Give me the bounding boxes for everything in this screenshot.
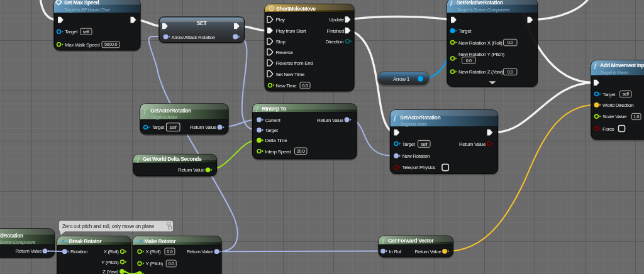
svg-text:0.0: 0.0 bbox=[466, 58, 472, 63]
svg-text:World Direction: World Direction bbox=[602, 102, 633, 108]
svg-text:Play from Start: Play from Start bbox=[276, 28, 307, 34]
svg-text:New Time: New Time bbox=[276, 83, 297, 89]
svg-text:RInterp To: RInterp To bbox=[262, 106, 286, 112]
svg-text:X (Roll): X (Roll) bbox=[104, 249, 119, 255]
svg-text:New Rotation X (Roll): New Rotation X (Roll) bbox=[458, 40, 502, 46]
svg-text:Return Value: Return Value bbox=[16, 248, 43, 254]
svg-text:Arrow Attack Rotation: Arrow Attack Rotation bbox=[172, 35, 216, 40]
svg-text:ShortMeleeMove: ShortMeleeMove bbox=[276, 6, 316, 12]
svg-text:Get Forward Vector: Get Forward Vector bbox=[388, 238, 434, 244]
svg-text:Target: Target bbox=[265, 128, 279, 133]
svg-text:Target is BP Haunt Char: Target is BP Haunt Char bbox=[64, 7, 110, 13]
svg-text:In Rot: In Rot bbox=[389, 249, 402, 255]
svg-text:0.0: 0.0 bbox=[167, 249, 172, 255]
svg-text:Current: Current bbox=[265, 118, 281, 123]
svg-text:GetActorRotation: GetActorRotation bbox=[150, 107, 191, 114]
svg-text:GetWorldRotation: GetWorldRotation bbox=[0, 233, 23, 239]
svg-text:Arrow 1: Arrow 1 bbox=[393, 77, 410, 82]
svg-text:Target is Scene Component: Target is Scene Component bbox=[0, 239, 36, 245]
svg-text:self: self bbox=[170, 124, 177, 130]
svg-text:Return Value: Return Value bbox=[317, 118, 344, 123]
svg-text:Set Max Speed: Set Max Speed bbox=[64, 0, 99, 6]
svg-text:Direction: Direction bbox=[326, 39, 343, 45]
svg-text:1.0: 1.0 bbox=[633, 114, 639, 119]
svg-text:Target is Actor: Target is Actor bbox=[150, 114, 177, 120]
svg-text:SetRelativeRotation: SetRelativeRotation bbox=[457, 0, 503, 6]
svg-text:SetActorRotation: SetActorRotation bbox=[400, 114, 440, 121]
svg-text:New Rotation Y (Pitch): New Rotation Y (Pitch) bbox=[458, 52, 505, 57]
svg-text:Target is Scene Component: Target is Scene Component bbox=[457, 7, 510, 13]
svg-text:Set New Time: Set New Time bbox=[276, 72, 305, 77]
svg-text:Delta Time: Delta Time bbox=[265, 138, 288, 143]
svg-text:Target: Target bbox=[65, 29, 78, 35]
svg-text:20.0: 20.0 bbox=[297, 148, 305, 154]
svg-text:Y (Pitch): Y (Pitch) bbox=[146, 261, 164, 266]
svg-text:Play: Play bbox=[276, 17, 286, 23]
svg-text:Update: Update bbox=[329, 17, 345, 23]
svg-text:Break Rotator: Break Rotator bbox=[69, 238, 103, 244]
svg-text:Add Movement Inp: Add Movement Inp bbox=[600, 62, 644, 68]
svg-text:Target: Target bbox=[602, 92, 616, 97]
svg-text:New Rotation: New Rotation bbox=[402, 153, 430, 159]
svg-text:Target is Actor: Target is Actor bbox=[400, 121, 427, 127]
svg-text:0.0: 0.0 bbox=[508, 40, 513, 45]
svg-text:SET: SET bbox=[197, 20, 208, 26]
svg-text:Zero out pitch and roll, only: Zero out pitch and roll, only move on pl… bbox=[62, 223, 155, 229]
svg-text:Return Value: Return Value bbox=[190, 124, 217, 130]
svg-text:Make Rotator: Make Rotator bbox=[145, 238, 177, 244]
svg-text:Get World Delta Seconds: Get World Delta Seconds bbox=[143, 156, 202, 162]
svg-text:self: self bbox=[421, 141, 427, 147]
svg-text:Return Value: Return Value bbox=[178, 167, 205, 173]
svg-text:Target: Target bbox=[402, 141, 416, 147]
svg-text:Target is Pawn: Target is Pawn bbox=[600, 70, 628, 75]
svg-text:Finished: Finished bbox=[327, 28, 344, 34]
svg-text:0.0: 0.0 bbox=[169, 261, 174, 266]
svg-text:Interp Speed: Interp Speed bbox=[265, 149, 292, 155]
svg-text:Z (Yaw): Z (Yaw) bbox=[103, 269, 119, 274]
svg-text:Stop: Stop bbox=[276, 39, 286, 45]
svg-text:X (Roll): X (Roll) bbox=[146, 249, 162, 255]
svg-text:New Rotation Z (Yaw): New Rotation Z (Yaw) bbox=[458, 69, 503, 75]
svg-text:Target: Target bbox=[152, 124, 165, 130]
svg-text:Max Walk Speed: Max Walk Speed bbox=[65, 42, 99, 48]
svg-text:Return Value: Return Value bbox=[459, 141, 486, 147]
svg-text:Reverse from End: Reverse from End bbox=[276, 60, 313, 66]
svg-text:Return Value: Return Value bbox=[415, 249, 442, 255]
svg-text:self: self bbox=[83, 29, 89, 35]
svg-text:Force: Force bbox=[602, 126, 615, 132]
svg-text:Y (Pitch): Y (Pitch) bbox=[101, 260, 119, 265]
svg-text:Target: Target bbox=[458, 28, 472, 34]
svg-text:5000.0: 5000.0 bbox=[104, 41, 117, 47]
svg-text:Reverse: Reverse bbox=[276, 50, 294, 55]
svg-text:Rotation: Rotation bbox=[70, 249, 87, 255]
svg-text:Teleport Physics: Teleport Physics bbox=[402, 165, 436, 170]
svg-text:0.0: 0.0 bbox=[302, 83, 308, 89]
svg-text:Return Value: Return Value bbox=[187, 249, 214, 255]
svg-text:0.0: 0.0 bbox=[508, 69, 513, 75]
svg-text:self: self bbox=[623, 91, 629, 97]
svg-text:Scale Value: Scale Value bbox=[602, 114, 627, 119]
